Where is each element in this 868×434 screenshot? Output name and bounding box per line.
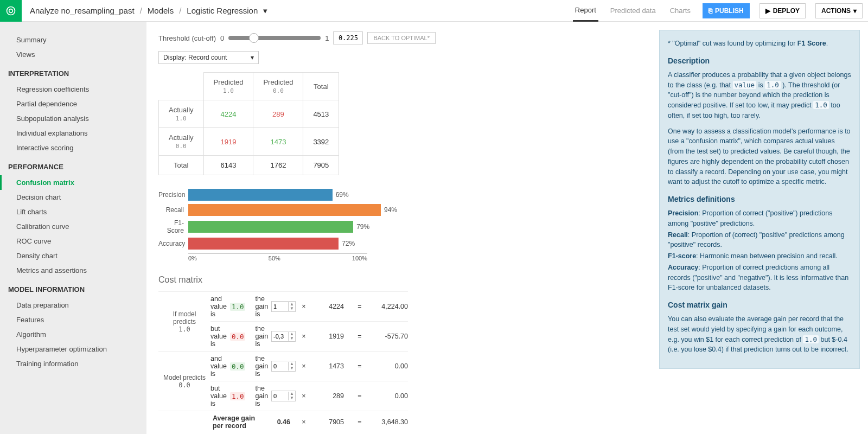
false-negative: 289 (253, 100, 303, 128)
gain-input-fn[interactable]: ▲▼ (271, 391, 296, 401)
metrics-bar-chart: Precision 69% Recall 94% F1-Score 79% Ac… (158, 189, 397, 261)
actions-button[interactable]: ACTIONS ▾ (815, 3, 863, 18)
back-to-optimal-button[interactable]: BACK TO OPTIMAL* (367, 32, 436, 44)
slider-thumb[interactable] (249, 33, 259, 43)
sidebar-item-subpopulation[interactable]: Subpopulation analysis (0, 111, 146, 126)
gain-input-tp[interactable]: ▲▼ (271, 301, 296, 312)
sidebar-item-summary[interactable]: Summary (0, 33, 146, 47)
tab-charts[interactable]: Charts (668, 0, 693, 22)
sidebar-item-interactive-scoring[interactable]: Interactive scoring (0, 141, 146, 155)
display-select[interactable]: Display: Record count ▾ (158, 51, 259, 64)
sidebar: Summary Views INTERPRETATION Regression … (0, 22, 146, 434)
svg-point-0 (7, 7, 15, 15)
breadcrumb-models[interactable]: Models (148, 6, 174, 15)
publish-icon: ⎘ (709, 7, 712, 15)
sidebar-item-roc-curve[interactable]: ROC curve (0, 234, 146, 248)
chevron-down-icon[interactable]: ▾ (263, 6, 267, 16)
sidebar-item-metrics-assertions[interactable]: Metrics and assertions (0, 263, 146, 278)
threshold-input[interactable] (333, 31, 363, 44)
sidebar-item-lift-charts[interactable]: Lift charts (0, 205, 146, 219)
sidebar-heading-interpretation: INTERPRETATION (0, 62, 146, 82)
deploy-button[interactable]: ▶ DEPLOY (760, 3, 806, 18)
sidebar-item-hyperparameter[interactable]: Hyperparameter optimization (0, 342, 146, 356)
sidebar-item-views[interactable]: Views (0, 47, 146, 62)
play-icon: ▶ (765, 7, 770, 15)
sidebar-item-partial-dependence[interactable]: Partial dependence (0, 97, 146, 111)
sidebar-item-individual-explanations[interactable]: Individual explanations (0, 126, 146, 141)
sidebar-item-training-info[interactable]: Training information (0, 356, 146, 371)
sidebar-item-calibration-curve[interactable]: Calibration curve (0, 219, 146, 234)
tab-predicted-data[interactable]: Predicted data (608, 0, 658, 22)
gain-input-fp[interactable]: ▲▼ (271, 331, 296, 342)
breadcrumb-current[interactable]: Logistic Regression (187, 6, 258, 15)
sidebar-item-confusion-matrix[interactable]: Confusion matrix (0, 175, 146, 190)
sidebar-item-features[interactable]: Features (0, 312, 146, 327)
sidebar-item-decision-chart[interactable]: Decision chart (0, 190, 146, 205)
sidebar-item-regression-coefficients[interactable]: Regression coefficients (0, 82, 146, 97)
sidebar-item-data-preparation[interactable]: Data preparation (0, 298, 146, 312)
publish-button[interactable]: ⎘ PUBLISH (703, 3, 750, 18)
gain-input-tn[interactable]: ▲▼ (271, 361, 296, 372)
cost-matrix-table: If model predicts1.0 and value is1.0 the… (158, 291, 408, 433)
threshold-slider[interactable] (228, 36, 321, 40)
sidebar-item-algorithm[interactable]: Algorithm (0, 327, 146, 342)
sidebar-heading-performance: PERFORMANCE (0, 155, 146, 175)
threshold-max: 1 (325, 34, 329, 42)
sidebar-heading-model-info: MODEL INFORMATION (0, 278, 146, 298)
caret-down-icon: ▾ (251, 54, 254, 61)
svg-point-1 (9, 9, 13, 12)
breadcrumb-analyze[interactable]: Analyze no_resampling_past (30, 6, 135, 15)
cost-matrix-heading: Cost matrix (158, 275, 639, 285)
info-panel: * "Optimal" cut was found by optimizing … (659, 30, 860, 369)
true-negative: 1473 (253, 128, 303, 156)
threshold-label: Threshold (cut-off) (158, 34, 216, 42)
breadcrumb: Analyze no_resampling_past / Models / Lo… (22, 6, 267, 16)
sidebar-item-density-chart[interactable]: Density chart (0, 248, 146, 263)
app-logo[interactable] (0, 0, 22, 22)
caret-down-icon: ▾ (853, 7, 857, 15)
tab-report[interactable]: Report (573, 0, 598, 22)
true-positive: 4224 (203, 100, 253, 128)
threshold-min: 0 (220, 34, 224, 42)
confusion-matrix-table: Predicted1.0 Predicted0.0 Total Actually… (158, 72, 339, 175)
false-positive: 1919 (203, 128, 253, 156)
